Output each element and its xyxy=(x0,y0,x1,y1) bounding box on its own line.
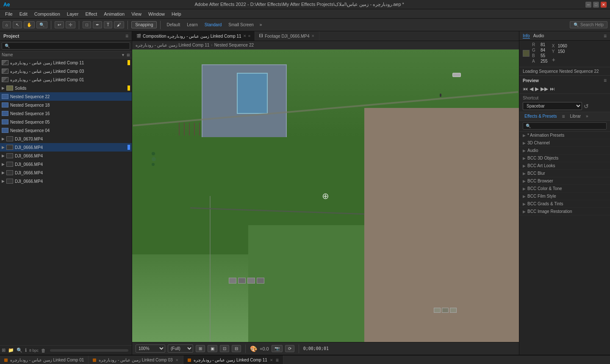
project-item-dji0666-3[interactable]: ▶ DJI_0666.MP4 xyxy=(0,160,132,168)
last-frame-btn[interactable]: ⏭ xyxy=(550,86,555,92)
zoom-select[interactable]: 100% xyxy=(136,345,165,353)
menu-effect[interactable]: Effect xyxy=(82,11,100,17)
toggle-rulers-btn[interactable]: ⊟ xyxy=(232,345,241,352)
comp-tab[interactable]: 🎬 Composition زمین عباس - رودبارچره Link… xyxy=(132,31,255,41)
project-item[interactable]: زمین عباس - رودبارچره Linked Comp 03 xyxy=(0,67,132,75)
timeline-tab-comp03[interactable]: زمین عباس - رودبارچره Linked Comp 03 ✕ xyxy=(89,356,183,364)
project-item-nested16[interactable]: Nested Sequence 16 xyxy=(0,109,132,118)
new-folder-icon[interactable]: 📁 xyxy=(8,347,14,353)
breadcrumb-item-1[interactable]: زمین عباس - رودبارچره Linked Comp 11 xyxy=(136,43,209,47)
effects-group-bcccolor-header[interactable]: ▶ BCC Color & Tone xyxy=(519,185,610,192)
minimize-button[interactable]: ─ xyxy=(585,2,591,8)
hand-tool[interactable]: ✋ xyxy=(24,21,35,28)
home-button[interactable]: ⌂ xyxy=(3,21,11,28)
prev-frame-btn[interactable]: ◀ xyxy=(530,86,533,92)
zoom-tool[interactable]: 🔍 xyxy=(36,21,47,28)
play-btn[interactable]: ▶ xyxy=(535,86,539,92)
preview-menu[interactable]: ≡ xyxy=(604,77,607,83)
effects-group-animation-header[interactable]: ▶ * Animation Presets xyxy=(519,132,610,139)
effects-presets-tab[interactable]: Effects & Presets xyxy=(523,113,559,119)
menu-window[interactable]: Window xyxy=(145,11,168,17)
col-find-icon[interactable]: ⊞ xyxy=(127,53,130,57)
footage-tab-close[interactable]: ✕ xyxy=(311,34,315,38)
project-item-nested18[interactable]: Nested Sequence 18 xyxy=(0,101,132,109)
rotate-tool[interactable]: ↩ xyxy=(55,21,64,28)
toggle-grid-btn[interactable]: ⊞ xyxy=(196,345,205,352)
project-item[interactable]: زمین عباس - رودبارچره Linked Comp 01 xyxy=(0,75,132,84)
color-icon[interactable]: 🎨 xyxy=(250,345,257,352)
project-item-nested04[interactable]: Nested Sequence 04 xyxy=(0,126,132,135)
info-plus-icon[interactable]: + xyxy=(552,56,567,63)
timeline-tab-comp11[interactable]: زمین عباس - رودبارچره Linked Comp 11 ✕ ≡ xyxy=(183,356,283,364)
effects-group-3d-header[interactable]: ▶ 3D Channel xyxy=(519,139,610,146)
effects-group-bcc3d-header[interactable]: ▶ BCC 3D Objects xyxy=(519,154,610,162)
timeline-tab-comp01[interactable]: زمین عباس - رودبارچره Linked Comp 01 xyxy=(0,356,89,364)
toggle-mask-btn[interactable]: ▣ xyxy=(208,345,217,352)
project-item-nested22[interactable]: Nested Sequence 22 xyxy=(0,92,132,101)
shortcut-select[interactable]: Spacebar xyxy=(523,102,582,110)
text-tool[interactable]: T xyxy=(104,21,112,28)
footage-tab[interactable]: 🎞 Footage DJI_0666.MP4 ✕ xyxy=(255,31,319,41)
effects-search-input[interactable] xyxy=(523,122,607,130)
new-item-icon[interactable]: ⊞ xyxy=(2,347,6,353)
project-search-input[interactable] xyxy=(2,42,130,50)
workspace-standard[interactable]: Standard xyxy=(202,22,225,28)
info-panel-menu[interactable]: ≡ xyxy=(604,33,607,39)
library-tab[interactable]: Librar xyxy=(568,113,583,119)
timeline-tab-menu[interactable]: ≡ xyxy=(276,357,279,363)
project-item-nested05[interactable]: Nested Sequence 05 xyxy=(0,118,132,126)
find-icon[interactable]: 🔍 xyxy=(17,347,22,353)
col-sort-icon[interactable]: ▼ xyxy=(121,53,125,57)
breadcrumb-item-2[interactable]: Nested Sequence 22 xyxy=(214,43,254,47)
menu-file[interactable]: File xyxy=(2,11,16,17)
project-item-dji0666-selected[interactable]: ▶ DJI_0666.MP4 xyxy=(0,143,132,152)
effects-group-bccart-header[interactable]: ▶ BCC Art Looks xyxy=(519,162,610,169)
project-item-dji0666-2[interactable]: ▶ DJI_0666.MP4 xyxy=(0,152,132,160)
menu-view[interactable]: View xyxy=(128,11,145,17)
project-scrollbar[interactable] xyxy=(50,349,128,352)
toolbar-expand[interactable]: » xyxy=(258,22,264,27)
search-help-box[interactable]: 🔍 Search Help xyxy=(570,21,607,28)
effects-group-bccgrads-header[interactable]: ▶ BCC Grads & Tints xyxy=(519,200,610,207)
pen-tool[interactable]: ✒ xyxy=(93,21,102,28)
interpret-icon[interactable]: ℹ xyxy=(25,347,27,353)
quality-select[interactable]: (Full) xyxy=(168,345,193,353)
comp-tab-menu[interactable]: ≡ xyxy=(248,34,250,38)
next-frame-btn[interactable]: ▶▶ xyxy=(541,86,548,92)
pan-tool[interactable]: ☩ xyxy=(66,21,75,28)
snapshot-btn[interactable]: 📷 xyxy=(272,345,283,352)
comp-tab-close[interactable]: ✕ xyxy=(243,34,247,38)
audio-tab[interactable]: Audio xyxy=(533,33,544,38)
project-item-dji0670[interactable]: ▶ DJI_0670.MP4 xyxy=(0,135,132,143)
maximize-button[interactable]: □ xyxy=(593,2,599,8)
effects-group-bccfilm-header[interactable]: ▶ BCC Film Style xyxy=(519,193,610,200)
menu-edit[interactable]: Edit xyxy=(16,11,31,17)
info-tab[interactable]: Info xyxy=(523,33,530,39)
trash-icon[interactable]: 🗑 xyxy=(41,348,46,353)
timeline-tab-close-comp11[interactable]: ✕ xyxy=(270,358,273,362)
menu-animation[interactable]: Animation xyxy=(100,11,128,17)
exposure-btn[interactable]: +0.0 xyxy=(260,346,269,351)
close-button[interactable]: ✕ xyxy=(601,2,607,8)
effects-group-bccbrowser-header[interactable]: ▶ BCC Browser xyxy=(519,177,610,185)
toggle-3d-btn[interactable]: ⊡ xyxy=(220,345,229,352)
project-item[interactable]: زمین عباس - رودبارچره Linked Comp 11 xyxy=(0,58,132,67)
effects-expand[interactable]: » xyxy=(586,114,588,119)
select-tool[interactable]: ↖ xyxy=(13,21,22,28)
workspace-small[interactable]: Small Screen xyxy=(226,22,256,28)
project-item-dji0666-5[interactable]: ▶ DJI_0666.MP4 xyxy=(0,177,132,185)
menu-help[interactable]: Help xyxy=(168,11,185,17)
effects-group-bccimage-header[interactable]: ▶ BCC Image Restoration xyxy=(519,208,610,215)
effects-group-bccblur-header[interactable]: ▶ BCC Blur xyxy=(519,170,610,177)
brush-tool[interactable]: 🖌 xyxy=(114,21,124,28)
snapping-button[interactable]: Snapping xyxy=(131,21,157,28)
first-frame-btn[interactable]: ⏮ xyxy=(523,86,528,92)
shortcut-reset-icon[interactable]: ↺ xyxy=(584,103,589,110)
project-item-solids[interactable]: ▶ Solids xyxy=(0,84,132,92)
effects-panel-menu[interactable]: ≡ xyxy=(562,113,565,119)
menu-composition[interactable]: Composition xyxy=(31,11,64,17)
workspace-learn[interactable]: Learn xyxy=(184,22,200,28)
flow-btn[interactable]: ⟳ xyxy=(285,345,294,352)
menu-layer[interactable]: Layer xyxy=(64,11,82,17)
project-panel-menu[interactable]: ≡ xyxy=(125,33,128,39)
